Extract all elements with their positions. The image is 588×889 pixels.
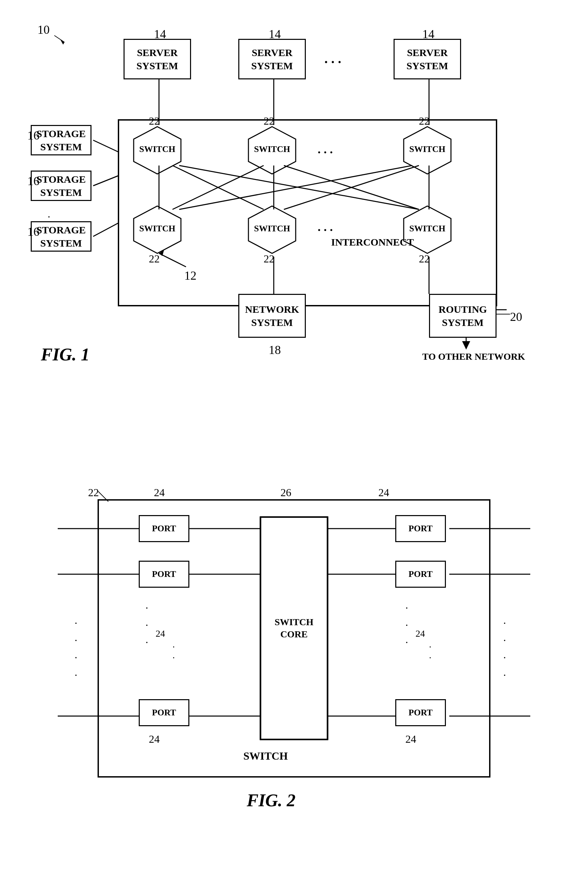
svg-text:SWITCH: SWITCH xyxy=(410,224,446,233)
routing-system-box: ROUTING SYSTEM xyxy=(429,294,496,338)
port-left-3: PORT xyxy=(139,699,189,726)
fig1-diagram: 10 SERVER SYSTEM 14 SERVER SYSTEM 14 · ·… xyxy=(27,20,561,459)
network-system-box: NETWORK SYSTEM xyxy=(238,294,306,338)
storage-system-1: STORAGE SYSTEM xyxy=(31,125,92,155)
svg-line-21 xyxy=(159,253,186,267)
svg-line-3 xyxy=(93,140,118,152)
ref-14-3: 14 xyxy=(422,27,434,41)
fig2-diagram: 22 24 24 26 PORT PORT ··· 24 ·· PORT 24 … xyxy=(58,480,530,868)
ref-20-line xyxy=(496,309,513,319)
ref-18: 18 xyxy=(268,343,281,357)
svg-text:10: 10 xyxy=(38,24,50,36)
left-dot-dots: ·· xyxy=(172,642,175,663)
top-switch-dots: · · · xyxy=(318,145,333,159)
fig1-label: FIG. 1 xyxy=(41,344,90,364)
port-right-3: PORT xyxy=(395,699,446,726)
interconnect-label: INTERCONNECT xyxy=(331,236,414,248)
server-system-3: SERVER SYSTEM xyxy=(394,39,461,80)
switch-top-middle: SWITCH 22 xyxy=(243,125,301,176)
server-system-1: SERVER SYSTEM xyxy=(123,39,191,80)
ref-10: 10 xyxy=(38,24,71,49)
svg-text:SWITCH: SWITCH xyxy=(140,144,176,154)
ref-16-2: 16 xyxy=(27,174,39,188)
ref-16-3: 16 xyxy=(27,225,39,239)
svg-text:SWITCH: SWITCH xyxy=(254,224,290,233)
port-right-2: PORT xyxy=(395,561,446,588)
fig2-label: FIG. 2 xyxy=(247,790,296,810)
outer-left-dots: ···· xyxy=(75,615,77,684)
to-other-network: TO OTHER NETWORK xyxy=(422,351,525,362)
switch-top-left: SWITCH 22 xyxy=(129,125,186,176)
left-port-dots: ··· xyxy=(146,600,148,651)
fig2-switch-label: SWITCH xyxy=(243,750,288,762)
fig2-ref-24-bl: 24 xyxy=(149,733,160,745)
switch-bottom-left: SWITCH 22 xyxy=(129,205,186,255)
svg-line-5 xyxy=(93,223,118,236)
svg-marker-19 xyxy=(462,341,470,350)
server-system-2: SERVER SYSTEM xyxy=(238,39,306,80)
right-port-dots: ··· xyxy=(405,600,408,651)
port-left-2: PORT xyxy=(139,561,189,588)
bottom-switch-dots: · · · xyxy=(318,223,333,237)
port-left-1: PORT xyxy=(139,515,189,542)
storage-system-3: STORAGE SYSTEM xyxy=(31,221,92,252)
svg-text:SWITCH: SWITCH xyxy=(140,224,176,233)
switch-core: SWITCH CORE xyxy=(260,517,328,740)
ref-16-1: 16 xyxy=(27,128,39,143)
ref-12: 12 xyxy=(184,269,196,283)
page: 10 SERVER SYSTEM 14 SERVER SYSTEM 14 · ·… xyxy=(0,0,588,889)
svg-line-55 xyxy=(98,492,108,502)
svg-text:SWITCH: SWITCH xyxy=(254,144,290,154)
fig2-ref-24-tl: 24 xyxy=(154,486,165,499)
fig2-ref-26: 26 xyxy=(280,486,291,499)
svg-line-4 xyxy=(93,176,118,186)
server-dots: · · · xyxy=(324,54,341,70)
port-right-1: PORT xyxy=(395,515,446,542)
fig2-ref-24-br: 24 xyxy=(405,733,416,745)
switch-bottom-middle: SWITCH 22 xyxy=(243,205,301,255)
right-dot-dots: ·· xyxy=(429,642,431,663)
fig2-ref-24-tr: 24 xyxy=(378,486,389,499)
storage-system-2: STORAGE SYSTEM xyxy=(31,171,92,201)
fig2-ref-24-left-mid: 24 xyxy=(156,628,165,639)
outer-right-dots: ···· xyxy=(503,615,506,684)
svg-line-24 xyxy=(54,36,64,42)
ref22-arrow xyxy=(88,488,115,505)
ref-14-1: 14 xyxy=(154,27,166,41)
switch-top-right: SWITCH 22 xyxy=(399,125,456,176)
ref-14-2: 14 xyxy=(268,27,281,41)
svg-text:SWITCH: SWITCH xyxy=(410,144,446,154)
fig2-ref-24-right-mid: 24 xyxy=(416,628,425,639)
